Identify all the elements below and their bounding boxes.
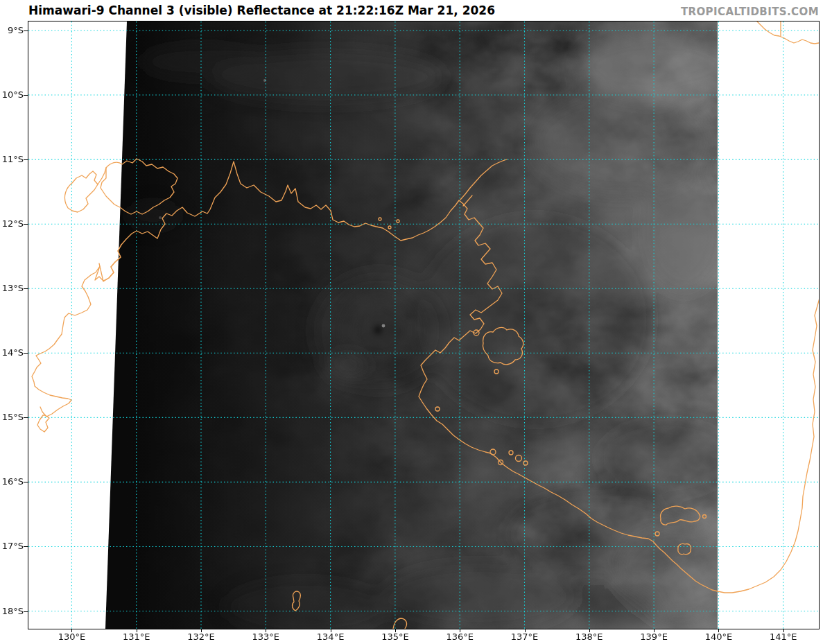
satellite-map-svg [28,21,819,629]
image-title: Himawari-9 Channel 3 (visible) Reflectan… [28,3,495,17]
lat-tick-label: 9°S [0,25,24,36]
lat-tick-mark [24,611,28,612]
lat-tick-label: 17°S [0,541,24,552]
lat-tick-label: 14°S [0,347,24,358]
coastline-new-guinea [757,21,819,44]
lon-tick-label: 141°E [761,632,806,643]
lon-tick-label: 136°E [437,632,482,643]
map-plot-area [28,21,820,629]
lat-tick-label: 10°S [0,89,24,101]
coastline-west-coast-main [32,245,121,417]
watermark-tropicaltidbits: TROPICALTIDBITS.COM [681,6,819,18]
lat-tick-mark [24,224,28,225]
lat-tick-mark [24,482,28,482]
lat-tick-mark [24,417,28,418]
lat-tick-label: 13°S [0,283,24,294]
satellite-image-figure: Himawari-9 Channel 3 (visible) Reflectan… [0,0,832,644]
coastline-bathurst-island [64,171,98,212]
lon-tick-label: 139°E [632,632,676,643]
lon-tick-label: 134°E [309,632,353,643]
lon-tick-label: 138°E [567,632,612,643]
lon-tick-label: 140°E [696,632,740,643]
lon-tick-label: 133°E [243,632,288,643]
lat-tick-mark [24,95,28,96]
lat-tick-label: 11°S [0,154,24,165]
lat-tick-mark [24,353,28,354]
lat-tick-label: 12°S [0,218,24,229]
lat-tick-mark [24,159,28,160]
lon-tick-label: 131°E [114,632,159,643]
lat-tick-label: 15°S [0,412,24,423]
lon-tick-label: 135°E [373,632,417,643]
lon-tick-label: 130°E [49,632,94,643]
lon-tick-label: 137°E [503,632,547,643]
lat-tick-mark [24,546,28,547]
lat-tick-label: 16°S [0,476,24,487]
lat-tick-mark [24,31,28,31]
lat-tick-mark [24,288,28,289]
lon-tick-label: 132°E [179,632,223,643]
lat-tick-label: 18°S [0,606,24,617]
